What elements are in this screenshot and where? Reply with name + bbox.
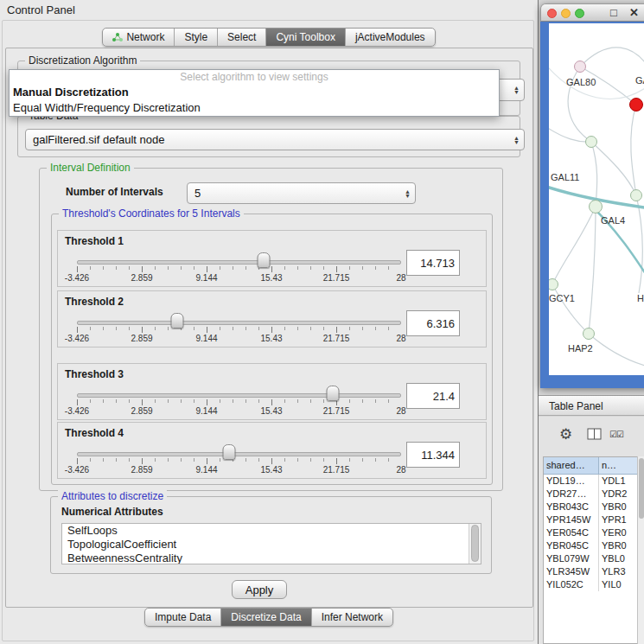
cell-name[interactable]: YBL0 (599, 552, 637, 565)
table-row[interactable]: YER054CYER0 (544, 526, 637, 539)
cell-shared-name[interactable]: YIL052C (544, 578, 599, 591)
cell-name[interactable]: YER0 (599, 526, 637, 539)
cell-shared-name[interactable]: YPR145W (544, 513, 599, 526)
cell-name[interactable]: YLR3 (599, 565, 637, 578)
network-node[interactable] (585, 136, 597, 148)
slider-track[interactable] (77, 393, 401, 398)
tab-infer-network[interactable]: Infer Network (312, 609, 392, 626)
slider-major-ticks (77, 399, 401, 405)
table-row[interactable]: YDL19…YDL1 (544, 475, 637, 488)
scrollbar-thumb[interactable] (639, 458, 644, 519)
scale-tick-label: 2.859 (131, 465, 152, 475)
table-row[interactable]: YDR27…YDR2 (544, 488, 637, 501)
network-view-window[interactable]: □ ✕ GAL80GAGAL11GAL4GCY1HAP2H (540, 3, 644, 388)
threshold-1-value-field[interactable]: 14.713 (406, 250, 460, 276)
close-button[interactable]: ✕ (629, 6, 639, 19)
threshold-4-slider[interactable]: -3.4262.8599.14415.4321.71528 (77, 423, 401, 478)
cell-name[interactable]: YIL0 (599, 578, 637, 591)
control-panel-titlebar: Control Panel (0, 0, 538, 19)
columns-icon[interactable] (587, 428, 602, 440)
attribute-item[interactable]: BetweennessCentrality (62, 552, 481, 564)
table-scrollbar[interactable] (637, 456, 644, 644)
cell-shared-name[interactable]: YER054C (544, 526, 599, 539)
threshold-1-slider[interactable]: -3.4262.8599.14415.4321.71528 (77, 231, 401, 286)
slider-thumb[interactable] (223, 444, 236, 460)
node-table[interactable]: shared… n… YDL19…YDL1YDR27…YDR2YBR043CYB… (543, 456, 638, 644)
attributes-scrollbar[interactable] (469, 524, 481, 564)
tab-discretize-data[interactable]: Discretize Data (221, 609, 311, 626)
threshold-3-slider[interactable]: -3.4262.8599.14415.4321.71528 (77, 364, 401, 419)
table-row[interactable]: YBR043CYBR0 (544, 501, 637, 513)
attribute-item[interactable]: TopologicalCoefficient (62, 538, 481, 552)
network-node[interactable] (629, 98, 643, 112)
numerical-attributes-list[interactable]: SelfLoopsTopologicalCoefficientBetweenne… (61, 523, 481, 564)
cell-shared-name[interactable]: YLR345W (544, 565, 599, 578)
scale-tick-label: 9.144 (195, 406, 217, 416)
network-node[interactable] (583, 328, 595, 340)
cell-name[interactable]: YBR0 (599, 501, 637, 513)
tab-jactivemodules[interactable]: jActiveModules (346, 29, 435, 46)
number-of-intervals-combobox[interactable]: 5 ▲▼ (187, 182, 416, 204)
cell-shared-name[interactable]: YDR27… (544, 488, 599, 501)
tab-label: Select (227, 31, 256, 43)
table-row[interactable]: YLR345WYLR3 (544, 565, 637, 578)
slider-major-ticks (77, 327, 401, 333)
cell-shared-name[interactable]: YBR045C (544, 539, 599, 552)
tab-cyni-toolbox[interactable]: Cyni Toolbox (266, 29, 345, 46)
cell-shared-name[interactable]: YBL079W (544, 552, 599, 565)
table-data-combobox[interactable]: galFiltered.sif default node ▲▼ (25, 129, 525, 150)
float-button[interactable]: □ (610, 6, 617, 19)
slider-thumb[interactable] (171, 313, 184, 328)
column-header-shared-name[interactable]: shared… (544, 457, 599, 474)
table-row[interactable]: YBR045CYBR0 (544, 539, 637, 552)
network-node-label: HAP2 (568, 343, 593, 354)
select-columns-icon[interactable]: ☑☑ (609, 430, 623, 439)
close-traffic-light[interactable] (547, 9, 557, 18)
network-node[interactable] (574, 61, 586, 73)
slider-thumb[interactable] (327, 386, 340, 401)
tab-select[interactable]: Select (218, 29, 266, 46)
table-row[interactable]: YBL079WYBL0 (544, 552, 637, 565)
tab-style[interactable]: Style (175, 29, 218, 46)
tab-label: Discretize Data (231, 611, 301, 623)
apply-button[interactable]: Apply (232, 580, 287, 599)
slider-scale: -3.4262.8599.14415.4321.71528 (77, 273, 401, 284)
threshold-3-value-field[interactable]: 21.4 (406, 383, 460, 409)
minimize-traffic-light[interactable] (561, 9, 571, 18)
cell-name[interactable]: YDR2 (599, 488, 637, 501)
cell-name[interactable]: YBR0 (599, 539, 637, 552)
tab-label: Cyni Toolbox (276, 31, 335, 43)
scrollbar-thumb[interactable] (471, 525, 479, 562)
cell-shared-name[interactable]: YBR043C (544, 501, 599, 513)
network-window-titlebar[interactable]: □ ✕ (540, 3, 644, 22)
network-node[interactable] (630, 189, 642, 201)
gear-icon[interactable]: ⚙ (559, 425, 572, 443)
cell-name[interactable]: YDL1 (599, 475, 637, 488)
threshold-4-value-field[interactable]: 11.344 (406, 442, 460, 468)
slider-track[interactable] (77, 321, 401, 325)
threshold-2-value-field[interactable]: 6.316 (406, 310, 460, 336)
slider-major-ticks (77, 266, 401, 272)
cell-name[interactable]: YPR1 (599, 513, 637, 526)
tab-network[interactable]: Network (103, 29, 175, 46)
table-panel-header[interactable]: Table Panel (539, 395, 644, 416)
network-node[interactable] (589, 200, 603, 214)
network-node-label: H (637, 293, 644, 303)
table-row[interactable]: YIL052CYIL0 (544, 578, 637, 591)
tab-impute-data[interactable]: Impute Data (145, 609, 221, 626)
network-canvas[interactable]: GAL80GAGAL11GAL4GCY1HAP2H (549, 23, 644, 375)
popup-option-equal-width-frequency[interactable]: Equal Width/Frequency Discretization (10, 100, 499, 116)
threshold-2-slider[interactable]: -3.4262.8599.14415.4321.71528 (77, 291, 401, 347)
threshold-4-panel: Threshold 4 -3.4262.8599.14415.4321.7152… (57, 422, 487, 479)
popup-option-manual-discretization[interactable]: Manual Discretization (10, 85, 499, 100)
zoom-traffic-light[interactable] (575, 9, 584, 18)
slider-track[interactable] (77, 260, 401, 265)
attribute-item[interactable]: SelfLoops (62, 524, 481, 538)
slider-thumb[interactable] (258, 252, 271, 268)
cell-shared-name[interactable]: YDL19… (544, 475, 599, 488)
table-row[interactable]: YPR145WYPR1 (544, 513, 637, 526)
table-toolbar: ⚙ ☑☑ (539, 422, 644, 453)
column-header-name[interactable]: n… (599, 457, 637, 474)
slider-track[interactable] (77, 452, 401, 456)
app-screen: Control Panel Network Style (0, 0, 644, 644)
